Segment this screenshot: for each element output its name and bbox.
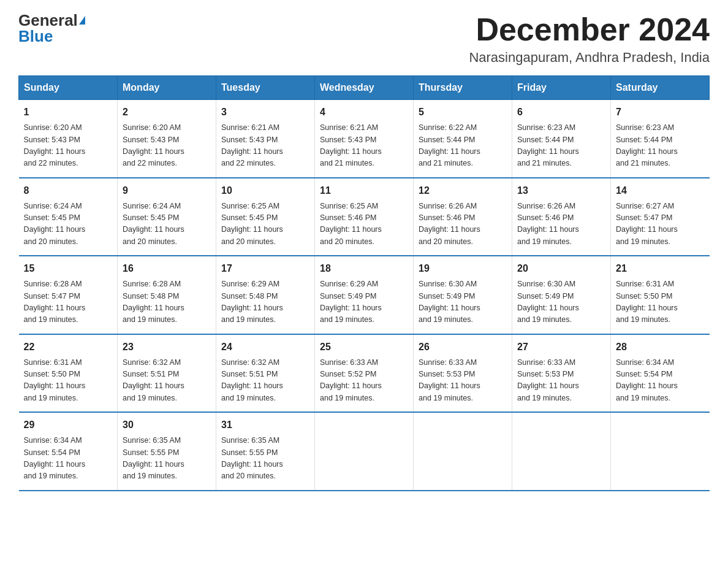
day-number: 31 (221, 418, 309, 432)
header-row: SundayMondayTuesdayWednesdayThursdayFrid… (19, 76, 710, 100)
day-cell: 10Sunrise: 6:25 AM Sunset: 5:45 PM Dayli… (216, 178, 315, 256)
day-number: 25 (320, 340, 408, 354)
day-info: Sunrise: 6:32 AM Sunset: 5:51 PM Dayligh… (221, 357, 309, 405)
day-number: 24 (221, 340, 309, 354)
week-row-4: 22Sunrise: 6:31 AM Sunset: 5:50 PM Dayli… (19, 334, 710, 413)
day-number: 1 (24, 105, 113, 120)
day-cell: 25Sunrise: 6:33 AM Sunset: 5:52 PM Dayli… (315, 334, 414, 413)
day-cell: 30Sunrise: 6:35 AM Sunset: 5:55 PM Dayli… (118, 412, 216, 491)
day-cell: 15Sunrise: 6:28 AM Sunset: 5:47 PM Dayli… (19, 256, 118, 334)
day-number: 29 (24, 418, 113, 432)
day-number: 8 (24, 183, 113, 198)
day-cell: 13Sunrise: 6:26 AM Sunset: 5:46 PM Dayli… (512, 178, 611, 256)
day-info: Sunrise: 6:28 AM Sunset: 5:48 PM Dayligh… (123, 278, 211, 326)
day-info: Sunrise: 6:34 AM Sunset: 5:54 PM Dayligh… (24, 435, 113, 483)
day-cell (512, 412, 611, 491)
day-number: 4 (320, 105, 408, 120)
day-cell: 31Sunrise: 6:35 AM Sunset: 5:55 PM Dayli… (216, 412, 315, 491)
day-info: Sunrise: 6:32 AM Sunset: 5:51 PM Dayligh… (123, 357, 211, 405)
logo-general-text: General (18, 12, 78, 28)
day-cell (315, 412, 414, 491)
day-number: 17 (221, 261, 309, 276)
day-cell: 8Sunrise: 6:24 AM Sunset: 5:45 PM Daylig… (19, 178, 118, 256)
day-info: Sunrise: 6:34 AM Sunset: 5:54 PM Dayligh… (616, 357, 705, 405)
header-cell-monday: Monday (118, 76, 216, 100)
day-info: Sunrise: 6:30 AM Sunset: 5:49 PM Dayligh… (517, 278, 605, 326)
calendar-header: SundayMondayTuesdayWednesdayThursdayFrid… (19, 76, 710, 100)
day-info: Sunrise: 6:25 AM Sunset: 5:45 PM Dayligh… (221, 201, 309, 248)
logo-triangle-icon (79, 16, 85, 25)
day-cell: 11Sunrise: 6:25 AM Sunset: 5:46 PM Dayli… (315, 178, 414, 256)
day-cell: 1Sunrise: 6:20 AM Sunset: 5:43 PM Daylig… (19, 100, 118, 178)
day-cell: 19Sunrise: 6:30 AM Sunset: 5:49 PM Dayli… (414, 256, 512, 334)
day-number: 5 (419, 105, 507, 120)
day-info: Sunrise: 6:27 AM Sunset: 5:47 PM Dayligh… (616, 201, 705, 248)
day-cell: 28Sunrise: 6:34 AM Sunset: 5:54 PM Dayli… (611, 334, 710, 413)
day-info: Sunrise: 6:33 AM Sunset: 5:53 PM Dayligh… (517, 357, 605, 405)
day-info: Sunrise: 6:30 AM Sunset: 5:49 PM Dayligh… (419, 278, 507, 326)
calendar-table: SundayMondayTuesdayWednesdayThursdayFrid… (18, 75, 710, 491)
day-number: 27 (517, 340, 605, 354)
day-cell: 27Sunrise: 6:33 AM Sunset: 5:53 PM Dayli… (512, 334, 611, 413)
logo-blue-text: Blue (18, 28, 53, 44)
day-cell: 17Sunrise: 6:29 AM Sunset: 5:48 PM Dayli… (216, 256, 315, 334)
day-info: Sunrise: 6:24 AM Sunset: 5:45 PM Dayligh… (123, 201, 211, 248)
day-info: Sunrise: 6:28 AM Sunset: 5:47 PM Dayligh… (24, 278, 113, 326)
header-cell-sunday: Sunday (19, 76, 118, 100)
day-number: 6 (517, 105, 605, 120)
title-area: December 2024 Narasingapuram, Andhra Pra… (469, 12, 710, 66)
day-number: 26 (419, 340, 507, 354)
day-info: Sunrise: 6:29 AM Sunset: 5:49 PM Dayligh… (320, 278, 408, 326)
day-info: Sunrise: 6:26 AM Sunset: 5:46 PM Dayligh… (419, 201, 507, 248)
day-cell: 12Sunrise: 6:26 AM Sunset: 5:46 PM Dayli… (414, 178, 512, 256)
day-cell (611, 412, 710, 491)
day-info: Sunrise: 6:23 AM Sunset: 5:44 PM Dayligh… (517, 122, 605, 170)
day-info: Sunrise: 6:26 AM Sunset: 5:46 PM Dayligh… (517, 201, 605, 248)
day-cell: 29Sunrise: 6:34 AM Sunset: 5:54 PM Dayli… (19, 412, 118, 491)
day-info: Sunrise: 6:35 AM Sunset: 5:55 PM Dayligh… (221, 435, 309, 483)
day-info: Sunrise: 6:21 AM Sunset: 5:43 PM Dayligh… (221, 122, 309, 170)
day-number: 9 (123, 183, 211, 198)
day-info: Sunrise: 6:21 AM Sunset: 5:43 PM Dayligh… (320, 122, 408, 170)
day-cell: 14Sunrise: 6:27 AM Sunset: 5:47 PM Dayli… (611, 178, 710, 256)
day-info: Sunrise: 6:33 AM Sunset: 5:52 PM Dayligh… (320, 357, 408, 405)
day-number: 28 (616, 340, 705, 354)
day-number: 21 (616, 261, 705, 276)
day-cell: 23Sunrise: 6:32 AM Sunset: 5:51 PM Dayli… (118, 334, 216, 413)
week-row-1: 1Sunrise: 6:20 AM Sunset: 5:43 PM Daylig… (19, 100, 710, 178)
day-cell (414, 412, 512, 491)
day-number: 2 (123, 105, 211, 120)
day-number: 19 (419, 261, 507, 276)
week-row-3: 15Sunrise: 6:28 AM Sunset: 5:47 PM Dayli… (19, 256, 710, 334)
header-cell-friday: Friday (512, 76, 611, 100)
day-info: Sunrise: 6:33 AM Sunset: 5:53 PM Dayligh… (419, 357, 507, 405)
day-number: 18 (320, 261, 408, 276)
day-cell: 6Sunrise: 6:23 AM Sunset: 5:44 PM Daylig… (512, 100, 611, 178)
day-number: 15 (24, 261, 113, 276)
day-info: Sunrise: 6:20 AM Sunset: 5:43 PM Dayligh… (123, 122, 211, 170)
day-info: Sunrise: 6:25 AM Sunset: 5:46 PM Dayligh… (320, 201, 408, 248)
day-cell: 21Sunrise: 6:31 AM Sunset: 5:50 PM Dayli… (611, 256, 710, 334)
day-number: 13 (517, 183, 605, 198)
day-info: Sunrise: 6:23 AM Sunset: 5:44 PM Dayligh… (616, 122, 705, 170)
day-cell: 5Sunrise: 6:22 AM Sunset: 5:44 PM Daylig… (414, 100, 512, 178)
day-info: Sunrise: 6:35 AM Sunset: 5:55 PM Dayligh… (123, 435, 211, 483)
day-number: 7 (616, 105, 705, 120)
day-info: Sunrise: 6:22 AM Sunset: 5:44 PM Dayligh… (419, 122, 507, 170)
calendar-body: 1Sunrise: 6:20 AM Sunset: 5:43 PM Daylig… (19, 100, 710, 491)
month-title: December 2024 (469, 12, 710, 47)
day-info: Sunrise: 6:24 AM Sunset: 5:45 PM Dayligh… (24, 201, 113, 248)
day-info: Sunrise: 6:20 AM Sunset: 5:43 PM Dayligh… (24, 122, 113, 170)
day-info: Sunrise: 6:31 AM Sunset: 5:50 PM Dayligh… (616, 278, 705, 326)
day-info: Sunrise: 6:31 AM Sunset: 5:50 PM Dayligh… (24, 357, 113, 405)
header-cell-tuesday: Tuesday (216, 76, 315, 100)
day-cell: 24Sunrise: 6:32 AM Sunset: 5:51 PM Dayli… (216, 334, 315, 413)
week-row-2: 8Sunrise: 6:24 AM Sunset: 5:45 PM Daylig… (19, 178, 710, 256)
week-row-5: 29Sunrise: 6:34 AM Sunset: 5:54 PM Dayli… (19, 412, 710, 491)
logo: General Blue (18, 12, 85, 44)
day-number: 12 (419, 183, 507, 198)
header-cell-saturday: Saturday (611, 76, 710, 100)
day-cell: 9Sunrise: 6:24 AM Sunset: 5:45 PM Daylig… (118, 178, 216, 256)
day-cell: 22Sunrise: 6:31 AM Sunset: 5:50 PM Dayli… (19, 334, 118, 413)
day-number: 3 (221, 105, 309, 120)
